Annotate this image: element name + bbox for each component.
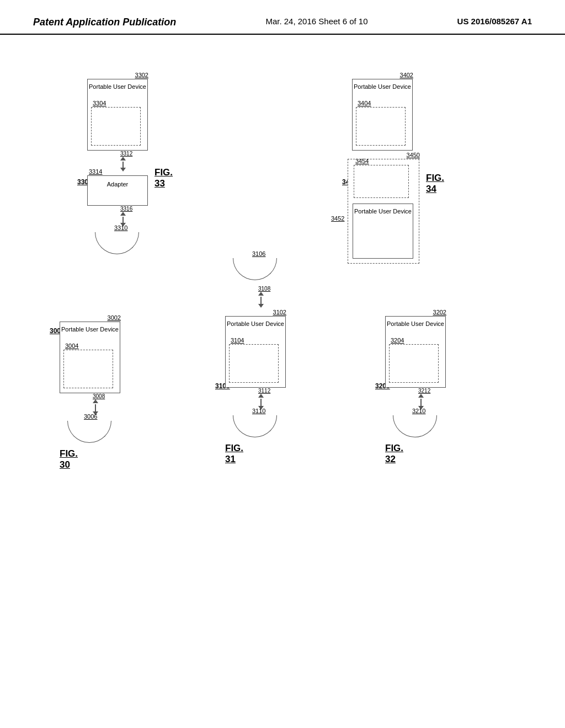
fig31-bowl-bottom [233, 415, 277, 437]
fig34-box1-text: Portable User Device [353, 79, 412, 90]
fig33-bowl [95, 232, 139, 254]
fig33-bowl-ref: 3310 [114, 224, 127, 231]
fig33-adapter-box: 3314 Adapter [87, 175, 148, 206]
header-left-label: Patent Application Publication [33, 17, 176, 28]
fig30-arrow-ref: 3008 [93, 393, 105, 399]
fig34-outer-container: 3450 3454 3452 Portable User Device [348, 159, 419, 264]
fig31-bowl-bottom-ref: 3110 [252, 408, 265, 414]
content-area: 3000 3002 Portable User Device 3004 3008 [0, 35, 565, 691]
fig34-inner-ref: 3454 [355, 158, 369, 164]
fig30-box1-text: Portable User Device [60, 322, 120, 333]
fig31-box1-text: Portable User Device [226, 317, 285, 328]
fig32-box2-ref: 3204 [391, 337, 404, 344]
fig30-outer-box: 3002 Portable User Device 3004 [60, 322, 120, 393]
fig32-box1-ref: 3202 [433, 309, 446, 315]
fig30-label: FIG. 30 [60, 448, 78, 470]
fig31-arrow-top-ref: 3108 [258, 286, 270, 292]
fig32-label: FIG. 32 [385, 443, 403, 465]
fig31-box1-ref: 3102 [273, 309, 286, 315]
fig33-box2-ref: 3304 [93, 100, 106, 106]
fig31-bowl-top [233, 258, 277, 280]
diagrams-area: 3000 3002 Portable User Device 3004 3008 [33, 46, 532, 680]
fig34-box1-ref: 3402 [400, 72, 413, 78]
fig30-box2-ref: 3004 [65, 342, 78, 349]
fig30-bowl-ref: 3006 [84, 413, 97, 420]
header: Patent Application Publication Mar. 24, … [0, 0, 565, 35]
fig34-box2-ref: 3404 [358, 100, 371, 106]
fig31-arrow-bottom: 3112 [255, 388, 267, 410]
header-center-label: Mar. 24, 2016 Sheet 6 of 10 [265, 17, 367, 26]
fig31-bowl-ref: 3106 [252, 250, 265, 257]
fig33-arrow1: 3312 [117, 151, 129, 172]
fig34-box4-ref: 3452 [331, 215, 344, 222]
fig32-outer-box: 3202 Portable User Device 3204 [385, 316, 446, 388]
fig34-outer-box-top: 3402 Portable User Device 3404 [352, 79, 413, 151]
fig33-inner-box: 3304 [91, 107, 141, 146]
fig33-box1-text: Portable User Device [88, 79, 147, 90]
fig31-box2-ref: 3104 [231, 337, 244, 344]
header-right-label: US 2016/085267 A1 [457, 17, 532, 26]
fig33-adapter-text: Adapter [88, 176, 147, 188]
fig34-box4-text: Portable User Device [353, 204, 413, 215]
fig30-bowl [67, 421, 111, 443]
fig34-inner-box-top: 3404 [356, 107, 406, 146]
fig30-arrow: 3008 [89, 393, 102, 415]
fig33-arrow1-ref: 3312 [120, 151, 132, 157]
fig32-bowl-ref: 3210 [412, 408, 425, 414]
fig34-outer-box-bottom: 3452 Portable User Device [353, 204, 413, 259]
fig34-inner-box-bottom: 3454 [354, 165, 409, 198]
fig34-box3-ref: 3450 [407, 152, 420, 158]
fig33-arrow2: 3316 [117, 206, 129, 227]
fig33-outer-box: 3302 Portable User Device 3304 [87, 79, 148, 151]
fig31-inner-box: 3104 [229, 344, 279, 383]
fig30-box1-ref: 3002 [108, 314, 121, 321]
page: Patent Application Publication Mar. 24, … [0, 0, 565, 728]
fig30-inner-box: 3004 [63, 350, 113, 388]
fig33-adapter-ref: 3314 [89, 168, 102, 175]
fig32-arrow-ref: 3212 [418, 388, 430, 394]
fig31-arrow-bottom-ref: 3112 [258, 388, 270, 394]
fig32-inner-box: 3204 [389, 344, 439, 383]
fig33-label: FIG. 33 [154, 167, 173, 189]
fig33-box1-ref: 3302 [135, 72, 148, 78]
fig34-label: FIG. 34 [426, 173, 444, 195]
fig33-arrow2-ref: 3316 [120, 206, 132, 212]
fig31-arrow-top: 3108 [255, 286, 267, 308]
fig32-bowl [393, 415, 437, 437]
fig31-label: FIG. 31 [225, 443, 243, 465]
fig32-box1-text: Portable User Device [386, 317, 445, 328]
fig32-arrow: 3212 [415, 388, 427, 410]
fig31-outer-box: 3102 Portable User Device 3104 [225, 316, 286, 388]
